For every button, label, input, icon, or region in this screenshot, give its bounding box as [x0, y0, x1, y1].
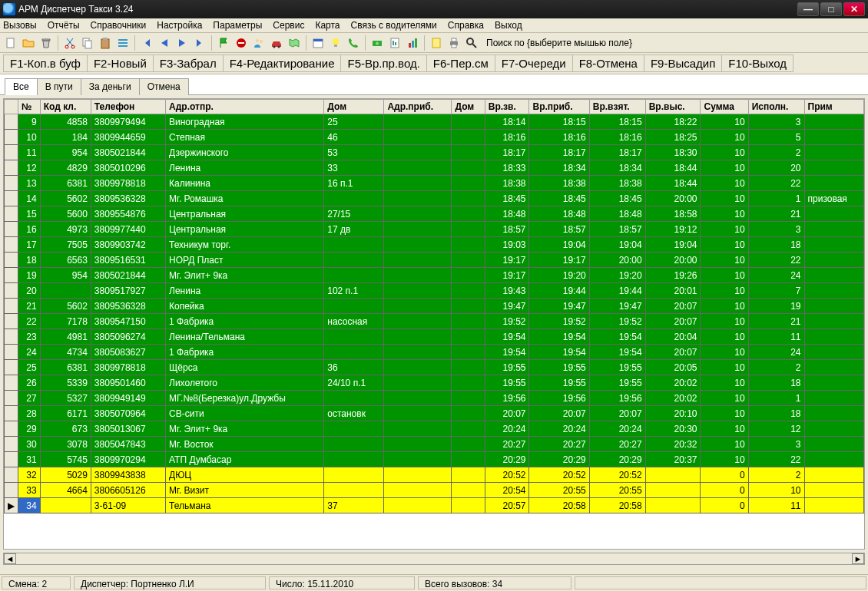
table-row[interactable]: 24473438050836271 Фабрика19:5419:5419:54…	[5, 345, 864, 360]
table-row[interactable]: 3030783805047843Мг. Восток20:2720:2720:2…	[5, 437, 864, 452]
close-button[interactable]: ✕	[843, 2, 865, 16]
new-icon[interactable]	[3, 35, 18, 51]
horizontal-scrollbar[interactable]: ◄ ►	[3, 553, 865, 565]
table-row[interactable]: ▶343-61-09Тельмана3720:5720:5820:58011	[5, 498, 864, 513]
phone-icon[interactable]	[346, 35, 361, 51]
row-selector[interactable]	[5, 237, 18, 253]
table-row[interactable]: 203809517927Ленина102 п.119:4319:4419:44…	[5, 283, 864, 299]
row-selector[interactable]	[5, 421, 18, 437]
fkey-button[interactable]: F8-Отмена	[572, 54, 644, 72]
row-selector[interactable]	[5, 406, 18, 421]
row-selector[interactable]	[5, 391, 18, 406]
row-selector[interactable]	[5, 145, 18, 160]
chart-icon[interactable]	[405, 35, 420, 51]
search-icon[interactable]	[464, 35, 479, 51]
fkey-button[interactable]: F1-Коп.в буф	[3, 54, 88, 72]
tab-За деньги[interactable]: За деньги	[81, 78, 140, 95]
table-row[interactable]: 1775053809903742Техникум торг.19:0319:04…	[5, 237, 864, 253]
stop-icon[interactable]	[234, 35, 249, 51]
table-row[interactable]: 22717838095471501 Фабриканасосная19:5219…	[5, 314, 864, 329]
calendar-icon[interactable]	[310, 35, 326, 51]
table-row[interactable]: 119543805021844Дзержинского5318:1718:171…	[5, 145, 864, 160]
table-row[interactable]: 2653393809501460Лихолетого24/10 п.119:55…	[5, 375, 864, 391]
map-icon[interactable]	[287, 35, 302, 51]
table-row[interactable]: 948583809979494Виноградная2518:1418:1518…	[5, 114, 864, 130]
menu-Выход[interactable]: Выход	[495, 20, 522, 31]
col-header[interactable]: №	[18, 100, 41, 114]
table-row[interactable]: 2861713805070964СВ-ситиостановк20:0720:0…	[5, 406, 864, 421]
fkey-button[interactable]: F3-Забрал	[153, 54, 224, 72]
row-selector[interactable]	[5, 360, 18, 375]
fkey-button[interactable]: F10-Выход	[721, 54, 793, 72]
col-header[interactable]: Адр.отпр.	[166, 100, 324, 114]
row-selector[interactable]	[5, 345, 18, 360]
table-row[interactable]: 2156023809536328Копейка19:4719:4719:4720…	[5, 299, 864, 314]
table-row[interactable]: 199543805021844Мг. Элит+ 9ка19:1719:2019…	[5, 268, 864, 283]
row-selector[interactable]	[5, 191, 18, 206]
print-icon[interactable]	[446, 35, 462, 51]
cut-icon[interactable]	[62, 35, 78, 51]
grid-wrapper[interactable]: №Код кл.ТелефонАдр.отпр.ДомАдр.приб.ДомВ…	[3, 98, 865, 550]
row-selector[interactable]	[5, 160, 18, 176]
menu-Сервис[interactable]: Сервис	[273, 20, 304, 31]
table-row[interactable]: 3250293809943838ДЮЦ20:5220:5220:5202	[5, 467, 864, 483]
delete-icon[interactable]	[38, 35, 54, 51]
row-selector[interactable]	[5, 268, 18, 283]
table-row[interactable]: 2349813805096274Ленина/Тельмана19:5419:5…	[5, 329, 864, 345]
note-icon[interactable]	[429, 35, 444, 51]
row-selector[interactable]	[5, 222, 18, 237]
table-row[interactable]: 101843809944659Степная4618:1618:1618:161…	[5, 130, 864, 145]
col-header[interactable]: Телефон	[91, 100, 165, 114]
col-header[interactable]: Адр.приб.	[384, 100, 452, 114]
table-row[interactable]: 1865633809516531НОРД Пласт19:1719:1720:0…	[5, 253, 864, 268]
tab-Отмена[interactable]: Отмена	[139, 78, 189, 95]
col-header[interactable]: Сумма	[701, 100, 748, 114]
menu-Вызовы[interactable]: Вызовы	[3, 20, 37, 31]
table-row[interactable]: 3346643806605126Мг. Визит20:5420:5520:55…	[5, 483, 864, 498]
col-header[interactable]: Вр.зв.	[485, 100, 529, 114]
row-selector[interactable]	[5, 467, 18, 483]
col-header[interactable]: Прим	[804, 100, 864, 114]
row-selector[interactable]	[5, 452, 18, 467]
scroll-left-icon[interactable]: ◄	[4, 553, 16, 564]
menu-Карта[interactable]: Карта	[315, 20, 340, 31]
col-header[interactable]: Вр.приб.	[529, 100, 589, 114]
last-icon[interactable]	[192, 35, 207, 51]
col-header[interactable]: Вр.выс.	[645, 100, 701, 114]
fkey-button[interactable]: F6-Пер.см	[426, 54, 495, 72]
col-header[interactable]: Дом	[452, 100, 485, 114]
menu-Справочники[interactable]: Справочники	[91, 20, 147, 31]
col-header[interactable]: Дом	[324, 100, 384, 114]
users-icon[interactable]	[251, 35, 267, 51]
flag-icon[interactable]	[216, 35, 231, 51]
table-row[interactable]: 1248293805010296Ленина3318:3318:3418:341…	[5, 160, 864, 176]
scroll-right-icon[interactable]: ►	[852, 553, 864, 564]
car-icon[interactable]	[269, 35, 284, 51]
row-selector[interactable]	[5, 114, 18, 130]
fkey-button[interactable]: F9-Высадип	[644, 54, 722, 72]
row-selector[interactable]	[5, 329, 18, 345]
fkey-button[interactable]: F7-Очереди	[495, 54, 573, 72]
row-selector[interactable]: ▶	[5, 498, 18, 513]
table-row[interactable]: 1649733809977440Центральная17 дв18:5718:…	[5, 222, 864, 237]
money-icon[interactable]	[369, 35, 385, 51]
table-row[interactable]: 1556003809554876Центральная27/1518:4818:…	[5, 206, 864, 222]
row-selector[interactable]	[5, 299, 18, 314]
list-icon[interactable]	[115, 35, 131, 51]
row-selector[interactable]	[5, 130, 18, 145]
row-selector[interactable]	[5, 437, 18, 452]
row-selector[interactable]	[5, 483, 18, 498]
row-selector[interactable]	[5, 314, 18, 329]
maximize-button[interactable]: □	[820, 2, 842, 16]
minimize-button[interactable]: —	[797, 2, 819, 16]
menu-Параметры[interactable]: Параметры	[213, 20, 262, 31]
table-row[interactable]: 2753273809949149МГ.№8(Березка)ул.Дружбы1…	[5, 391, 864, 406]
prev-icon[interactable]	[157, 35, 172, 51]
table-row[interactable]: 296733805013067Мг. Элит+ 9ка20:2420:2420…	[5, 421, 864, 437]
row-selector[interactable]	[5, 176, 18, 191]
tab-В пути[interactable]: В пути	[37, 78, 81, 95]
table-row[interactable]: 1456023809536328Мг. Ромашка18:4518:4518:…	[5, 191, 864, 206]
col-header[interactable]: Код кл.	[40, 100, 91, 114]
table-row[interactable]: 1363813809978818Калинина16 п.118:3818:38…	[5, 176, 864, 191]
table-row[interactable]: 3157453809970294АТП Думбасар20:2920:2920…	[5, 452, 864, 467]
